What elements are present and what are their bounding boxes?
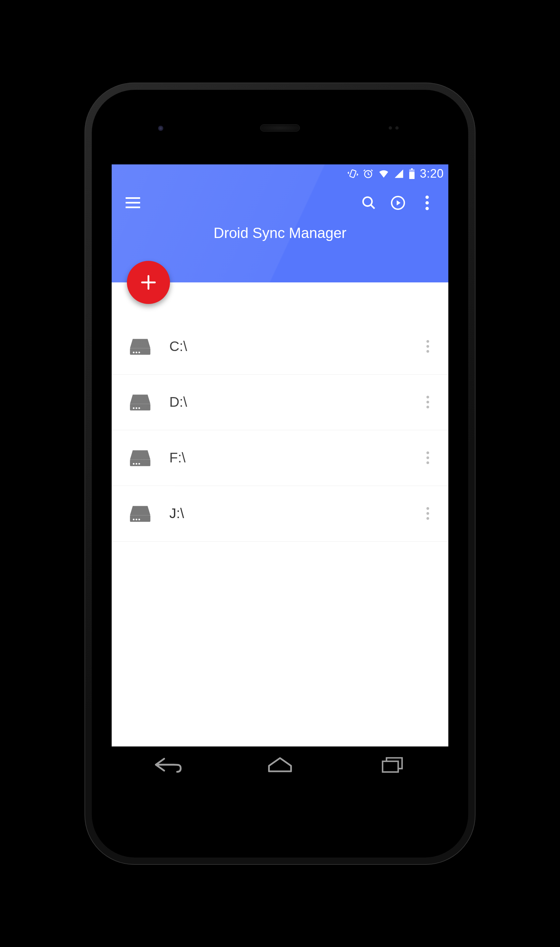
device-bezel: 3:20 [92,90,468,858]
add-button[interactable] [127,261,170,304]
search-icon[interactable] [354,188,383,217]
drive-label: D:\ [169,394,420,410]
drive-list: C:\ D:\ [112,282,448,542]
content-area: C:\ D:\ [112,282,448,747]
svg-point-16 [133,463,135,465]
svg-point-9 [135,352,137,353]
overflow-icon[interactable] [412,188,442,217]
recents-button[interactable] [372,753,412,776]
svg-rect-7 [130,348,151,355]
svg-point-12 [133,407,135,409]
svg-rect-19 [130,516,151,522]
device-frame: 3:20 [85,83,475,865]
drive-label: C:\ [169,339,420,354]
svg-point-18 [138,463,140,465]
back-button[interactable] [148,753,188,776]
wifi-icon [378,168,389,179]
svg-rect-0 [349,169,356,178]
hamburger-icon[interactable] [118,188,148,217]
svg-rect-23 [382,761,398,771]
vibrate-icon [348,168,358,179]
status-bar: 3:20 [112,165,448,183]
drive-icon [126,504,154,523]
drive-label: J:\ [169,505,420,521]
drive-icon [126,393,154,411]
list-item[interactable]: F:\ [112,430,448,486]
sensors [389,126,402,130]
front-camera [158,126,163,131]
cell-signal-icon [394,169,404,179]
list-item[interactable]: D:\ [112,374,448,430]
svg-point-17 [135,463,137,465]
svg-rect-3 [409,172,415,179]
item-overflow-icon[interactable] [420,505,436,521]
svg-point-5 [363,197,372,206]
svg-point-21 [135,519,137,520]
list-item[interactable]: C:\ [112,319,448,374]
svg-rect-11 [130,404,151,411]
item-overflow-icon[interactable] [420,394,436,410]
screen: 3:20 [112,165,448,783]
svg-point-22 [138,519,140,520]
svg-rect-15 [130,460,151,467]
list-item[interactable]: J:\ [112,486,448,542]
svg-point-20 [133,519,135,520]
drive-label: F:\ [169,450,420,466]
home-button[interactable] [260,753,300,776]
svg-point-14 [138,407,140,409]
item-overflow-icon[interactable] [420,339,436,354]
app-title: Droid Sync Manager [112,223,448,241]
drive-icon [126,448,154,467]
alarm-icon [363,168,374,179]
svg-point-10 [138,352,140,353]
play-circle-icon[interactable] [383,188,412,217]
system-nav-bar [112,747,448,783]
status-time: 3:20 [420,167,444,181]
battery-icon [409,168,415,179]
drive-icon [126,337,154,356]
svg-rect-4 [411,168,412,170]
earpiece [260,124,300,132]
item-overflow-icon[interactable] [420,450,436,466]
svg-point-8 [133,352,135,353]
svg-point-13 [135,407,137,409]
